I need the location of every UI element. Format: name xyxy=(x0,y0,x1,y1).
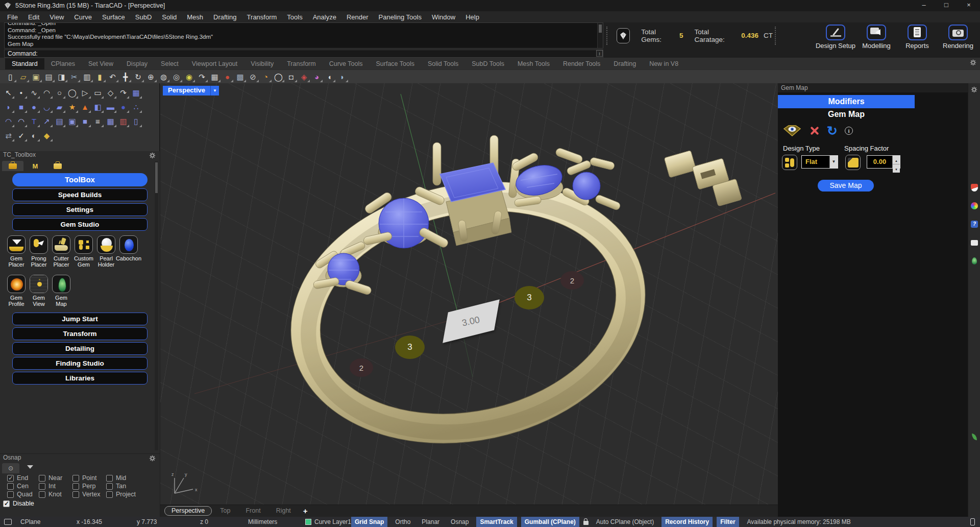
zoom-window-icon[interactable]: ◍ xyxy=(157,70,170,83)
menu-item[interactable]: Edit xyxy=(23,12,44,22)
design-setup-button[interactable]: Design Setup xyxy=(817,23,854,50)
gem-tool[interactable]: Gem View xyxy=(28,275,50,307)
ribbon-tab[interactable]: SubD Tools xyxy=(465,58,511,69)
osnap-tab-filter[interactable] xyxy=(21,463,39,473)
tool-icon[interactable]: • xyxy=(15,85,28,100)
save-map-button[interactable]: Save Map xyxy=(818,180,874,191)
viewport-tab[interactable]: Top xyxy=(213,506,237,516)
reports-button[interactable]: Reports xyxy=(898,23,936,50)
copy-icon[interactable]: ▥ xyxy=(81,70,93,83)
osnap-checkbox[interactable]: Vertex xyxy=(72,491,106,498)
status-toggle[interactable]: SmartTrack xyxy=(476,517,517,527)
osnap-checkbox[interactable]: Tan xyxy=(106,483,145,490)
viewport-tab[interactable]: Perspective xyxy=(164,506,212,516)
menu-item[interactable]: Surface xyxy=(97,12,130,22)
keyboard-icon[interactable] xyxy=(4,519,12,525)
osnap-tab-snaps[interactable]: ⊙ xyxy=(2,463,19,473)
status-toggle[interactable]: Osnap xyxy=(447,517,472,527)
print-icon[interactable]: ▤ xyxy=(42,70,55,83)
osnap-checkbox[interactable]: Int xyxy=(39,483,72,490)
chevron-down-icon[interactable] xyxy=(829,156,838,168)
tool-icon[interactable]: ◯ xyxy=(66,85,79,100)
command-history[interactable]: Command: _OpenCommand: _OpenSuccessfully… xyxy=(4,22,603,49)
osnap-checkbox[interactable]: Perp xyxy=(72,483,106,490)
ribbon-tab[interactable]: Standard xyxy=(5,58,44,69)
status-toggle[interactable]: Record History xyxy=(662,517,713,527)
osnap-checkbox[interactable]: Cen xyxy=(7,483,39,490)
scrollbar-thumb[interactable] xyxy=(599,25,602,33)
lock-icon[interactable]: ◘ xyxy=(285,70,298,83)
zoom-extents-icon[interactable]: ◎ xyxy=(170,70,183,83)
ribbon-tab[interactable]: New in V8 xyxy=(643,58,685,69)
info-icon[interactable]: i xyxy=(845,127,853,135)
tool-icon[interactable]: ■ xyxy=(79,114,91,128)
status-toggle[interactable]: Planar xyxy=(418,517,443,527)
gem-tool[interactable]: Gem Placer xyxy=(5,235,28,268)
tool-icon[interactable]: ↷ xyxy=(117,85,130,100)
menu-item[interactable]: Mesh xyxy=(182,12,208,22)
command-input[interactable]: Command: xyxy=(4,50,603,58)
tool-icon[interactable]: ∴ xyxy=(130,100,142,114)
paste-icon[interactable]: ▮ xyxy=(93,70,106,83)
gear-icon[interactable] xyxy=(971,86,977,93)
green-gem-icon[interactable] xyxy=(970,257,978,265)
leaf-icon[interactable] xyxy=(970,433,978,441)
tool-icon[interactable]: ◇ xyxy=(104,85,117,100)
tool-icon[interactable]: ▣ xyxy=(66,114,79,128)
tool-icon[interactable]: ● xyxy=(28,100,40,114)
spacing-factor-stepper[interactable]: 0.00 xyxy=(867,155,900,169)
toolbox-section-button[interactable]: Detailing xyxy=(12,342,148,355)
osnap-checkbox[interactable]: End xyxy=(7,474,39,482)
command-history-scrollbar[interactable] xyxy=(597,23,603,48)
tool-icon[interactable]: ◗ xyxy=(2,100,15,114)
undo-icon[interactable]: ↶ xyxy=(106,70,119,83)
spacing-factor-icon[interactable] xyxy=(845,155,861,170)
panel-icon[interactable] xyxy=(970,238,978,247)
open-file-icon[interactable]: ▱ xyxy=(17,70,30,83)
ribbon-tab[interactable]: Render Tools xyxy=(556,58,607,69)
ribbon-tab[interactable]: Display xyxy=(120,58,154,69)
ribbon-tab[interactable]: Select xyxy=(154,58,185,69)
tool-icon[interactable]: ★ xyxy=(66,100,79,114)
zoom-icon[interactable]: ⊕ xyxy=(144,70,157,83)
tool-icon[interactable]: ▦ xyxy=(104,114,117,128)
gem-size-badge[interactable]: 3 xyxy=(514,286,544,309)
gem-tool[interactable]: Custom Gem xyxy=(72,235,95,268)
pan-icon[interactable]: ╋ xyxy=(119,70,132,83)
modelling-button[interactable]: Modelling xyxy=(857,23,895,50)
tool-icon[interactable]: ◐ xyxy=(28,128,40,142)
spin-up-button[interactable] xyxy=(893,156,900,164)
tool-icon[interactable]: ◧ xyxy=(91,100,104,114)
four-views-icon[interactable]: ▦ xyxy=(208,70,221,83)
status-toggle[interactable]: Filter xyxy=(717,517,739,527)
osnap-checkbox[interactable]: Quad xyxy=(7,491,39,498)
gem-tool[interactable]: Gem Map xyxy=(50,275,72,307)
zoom-selected-icon[interactable]: ◉ xyxy=(183,70,195,83)
status-toggle[interactable]: Gumball (CPlane) xyxy=(521,517,579,527)
toolbox-section-button[interactable]: Settings xyxy=(12,203,148,216)
maximize-button[interactable]: □ xyxy=(935,0,958,11)
menu-item[interactable]: Window xyxy=(427,12,460,22)
menu-item[interactable]: Help xyxy=(460,12,484,22)
toolbox-section-button[interactable]: Jump Start xyxy=(12,313,148,325)
spin-down-button[interactable] xyxy=(893,164,900,173)
tool-icon[interactable]: ▲ xyxy=(79,100,91,114)
modifiers-bar[interactable]: Modifiers xyxy=(778,95,915,108)
gem-tool[interactable]: Pearl Holder xyxy=(95,235,117,268)
status-toggle[interactable]: Auto CPlane (Object) xyxy=(593,517,657,527)
gem-tool[interactable]: Gem Profile xyxy=(5,275,28,307)
ribbon-tab[interactable]: Visibility xyxy=(244,58,280,69)
menu-item[interactable]: Tools xyxy=(282,12,307,22)
color-wheel-icon[interactable] xyxy=(970,202,978,210)
menu-item[interactable]: Drafting xyxy=(208,12,242,22)
render-shield-icon[interactable]: ◈ xyxy=(298,70,310,83)
tool-icon[interactable]: ◠ xyxy=(40,85,53,100)
gear-icon[interactable] xyxy=(149,152,156,159)
mesh-sphere-icon[interactable]: ◗ xyxy=(336,70,349,83)
tool-icon[interactable]: ◆ xyxy=(40,128,53,142)
menu-item[interactable]: Render xyxy=(341,12,374,22)
ribbon-tab[interactable]: Solid Tools xyxy=(421,58,465,69)
gear-icon[interactable] xyxy=(149,455,156,462)
gem-size-badge[interactable]: 3 xyxy=(395,336,425,359)
osnap-disable-checkbox[interactable]: Disable xyxy=(3,500,160,507)
